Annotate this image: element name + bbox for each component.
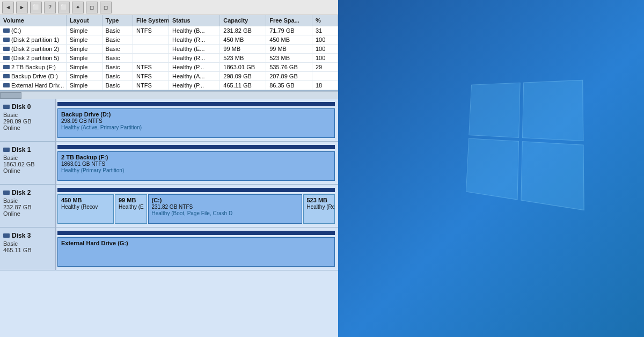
partition-boxes-0: Backup Drive (D:) 298.09 GB NTFS Healthy…: [57, 108, 335, 138]
toolbar-btn-3[interactable]: ⬜: [30, 2, 42, 13]
partition-size-0-0: 298.09 GB NTFS: [61, 118, 331, 124]
disk-icon-label-1: [3, 148, 10, 152]
cell-pct-3: 100: [312, 54, 338, 62]
table-row[interactable]: (Disk 2 partition 1) Simple Basic Health…: [0, 35, 338, 45]
cell-status-3: Healthy (R...: [169, 54, 220, 62]
disk-icon-label-3: [3, 233, 10, 238]
disk-status-0: Online: [3, 124, 52, 131]
cell-type-5: Basic: [103, 72, 133, 80]
cell-volume-3: (Disk 2 partition 5): [0, 54, 67, 62]
col-header-volume: Volume: [0, 15, 67, 26]
partition-name-3-0: External Hard Drive (G:): [61, 240, 331, 246]
cell-pct-4: 29: [312, 63, 338, 71]
partition-boxes-1: 2 TB Backup (F:) 1863.01 GB NTFS Healthy…: [57, 151, 335, 181]
disk-icon-1: [3, 38, 10, 42]
partition-box-2-1[interactable]: 99 MB Healthy (E: [115, 194, 147, 224]
col-header-free: Free Spa...: [266, 15, 312, 26]
table-row[interactable]: 2 TB Backup (F:) Simple Basic NTFS Healt…: [0, 63, 338, 72]
table-header: Volume Layout Type File System Status Ca…: [0, 15, 338, 26]
table-row[interactable]: External Hard Driv... Simple Basic NTFS …: [0, 81, 338, 90]
col-header-layout: Layout: [67, 15, 103, 26]
partition-boxes-3: External Hard Drive (G:): [57, 237, 335, 267]
disk-row-0: Disk 0 Basic 298.09 GB Online Backup Dri…: [0, 99, 338, 142]
disk-icon-2: [3, 47, 10, 51]
cell-free-0: 71.79 GB: [266, 26, 312, 35]
toolbar-btn-7[interactable]: ◻: [86, 2, 98, 13]
toolbar-btn-6[interactable]: ✦: [72, 2, 84, 13]
disk-name-0: Disk 0: [3, 103, 52, 111]
cell-capacity-5: 298.09 GB: [220, 72, 266, 80]
cell-free-4: 535.76 GB: [266, 63, 312, 71]
cell-layout-3: Simple: [67, 54, 103, 62]
table-row[interactable]: Backup Drive (D:) Simple Basic NTFS Heal…: [0, 72, 338, 81]
cell-capacity-2: 99 MB: [220, 45, 266, 53]
disk-label-2: Disk 2 Basic 232.87 GB Online: [0, 185, 56, 227]
disk-type-1: Basic: [3, 155, 52, 161]
disk-visual-1: 2 TB Backup (F:) 1863.01 GB NTFS Healthy…: [56, 142, 338, 184]
table-row[interactable]: (C:) Simple Basic NTFS Healthy (B... 231…: [0, 26, 338, 35]
cell-fs-6: NTFS: [133, 81, 169, 90]
cell-capacity-3: 523 MB: [220, 54, 266, 62]
col-header-status: Status: [169, 15, 220, 26]
partition-box-2-2[interactable]: (C:) 231.82 GB NTFS Healthy (Boot, Page …: [148, 194, 302, 224]
partition-status-2-2: Healthy (Boot, Page File, Crash D: [152, 210, 298, 216]
cell-pct-6: 18: [312, 81, 338, 90]
cell-fs-0: NTFS: [133, 26, 169, 35]
partition-size-2-0: Healthy (Recov: [61, 204, 110, 210]
cell-volume-6: External Hard Driv...: [0, 81, 67, 90]
partition-bar-2: [57, 188, 335, 192]
toolbar-btn-forward[interactable]: ►: [16, 2, 28, 13]
disk-size-2: 232.87 GB: [3, 204, 52, 210]
toolbar: ◄ ► ⬜ ? ⬜ ✦ ◻ ◻: [0, 0, 338, 15]
volume-table: Volume Layout Type File System Status Ca…: [0, 15, 338, 91]
disk-section[interactable]: Disk 0 Basic 298.09 GB Online Backup Dri…: [0, 99, 338, 337]
partition-name-2-1: 99 MB: [119, 197, 143, 203]
partition-name-2-0: 450 MB: [61, 197, 110, 203]
col-header-capacity: Capacity: [220, 15, 266, 26]
cell-volume-1: (Disk 2 partition 1): [0, 35, 67, 44]
cell-status-0: Healthy (B...: [169, 26, 220, 35]
partition-box-2-0[interactable]: 450 MB Healthy (Recov: [57, 194, 114, 224]
partition-name-2-2: (C:): [152, 197, 298, 203]
disk-type-3: Basic: [3, 240, 52, 247]
cell-capacity-1: 450 MB: [220, 35, 266, 44]
cell-free-6: 86.35 GB: [266, 81, 312, 90]
table-row[interactable]: (Disk 2 partition 5) Simple Basic Health…: [0, 54, 338, 63]
horizontal-scrollbar[interactable]: [0, 91, 338, 99]
partition-bar-3: [57, 231, 335, 235]
partition-box-0-0[interactable]: Backup Drive (D:) 298.09 GB NTFS Healthy…: [57, 108, 335, 138]
cell-status-4: Healthy (P...: [169, 63, 220, 71]
cell-volume-4: 2 TB Backup (F:): [0, 63, 67, 71]
partition-box-3-0[interactable]: External Hard Drive (G:): [57, 237, 335, 267]
toolbar-btn-5[interactable]: ⬜: [58, 2, 70, 13]
cell-free-3: 523 MB: [266, 54, 312, 62]
disk-name-2: Disk 2: [3, 189, 52, 196]
cell-pct-0: 31: [312, 26, 338, 35]
cell-free-2: 99 MB: [266, 45, 312, 53]
partition-boxes-2: 450 MB Healthy (Recov 99 MB Healthy (E (…: [57, 194, 335, 224]
disk-row-3: Disk 3 Basic 465.11 GB External Hard Dri…: [0, 228, 338, 270]
disk-icon-3: [3, 56, 10, 60]
partition-box-2-3[interactable]: 523 MB Healthy (Recov: [303, 194, 335, 224]
cell-fs-3: [133, 54, 169, 62]
cell-capacity-0: 231.82 GB: [220, 26, 266, 35]
partition-name-2-3: 523 MB: [307, 197, 332, 203]
cell-status-1: Healthy (R...: [169, 35, 220, 44]
disk-visual-3: External Hard Drive (G:): [56, 228, 338, 270]
win-pane-br: [521, 141, 584, 210]
cell-pct-2: 100: [312, 45, 338, 53]
cell-type-6: Basic: [103, 81, 133, 90]
cell-type-0: Basic: [103, 26, 133, 35]
disk-size-0: 298.09 GB: [3, 118, 52, 124]
toolbar-btn-back[interactable]: ◄: [2, 2, 14, 13]
partition-status-0-0: Healthy (Active, Primary Partition): [61, 124, 331, 130]
disk-row-2: Disk 2 Basic 232.87 GB Online 450 MB Hea…: [0, 185, 338, 228]
toolbar-btn-help[interactable]: ?: [44, 2, 56, 13]
cell-pct-5: [312, 72, 338, 80]
disk-icon-label-0: [3, 105, 10, 109]
partition-box-1-0[interactable]: 2 TB Backup (F:) 1863.01 GB NTFS Healthy…: [57, 151, 335, 181]
table-row[interactable]: (Disk 2 partition 2) Simple Basic Health…: [0, 45, 338, 54]
scrollbar-thumb[interactable]: [0, 92, 21, 99]
toolbar-btn-8[interactable]: ◻: [100, 2, 112, 13]
cell-status-6: Healthy (P...: [169, 81, 220, 90]
